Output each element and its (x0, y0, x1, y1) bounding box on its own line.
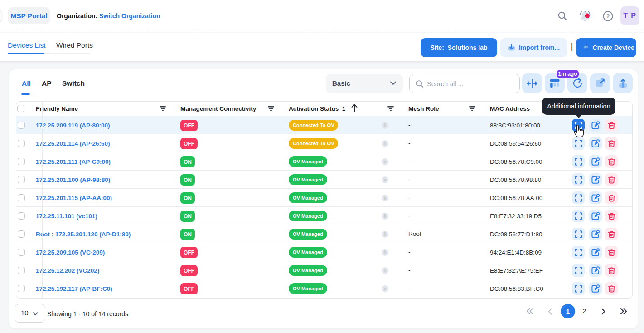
svg-text:?: ? (606, 13, 610, 20)
